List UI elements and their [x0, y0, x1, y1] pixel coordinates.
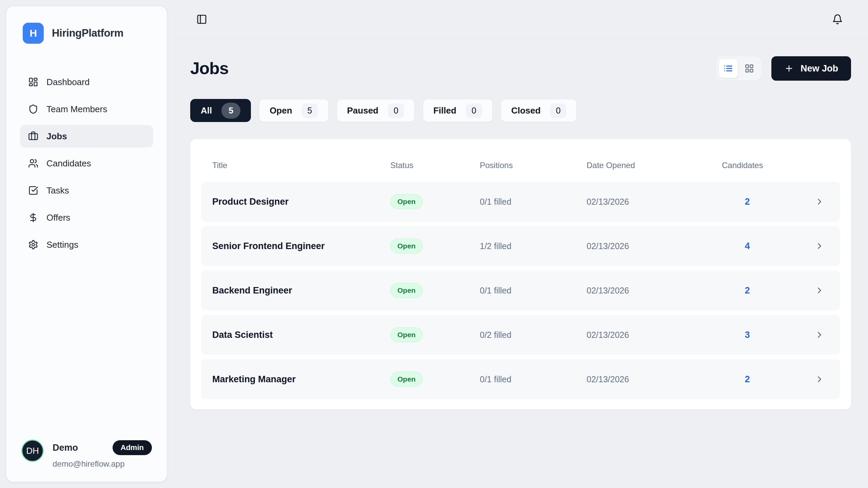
positions-filled: 0/2 filled [480, 330, 587, 340]
job-title: Senior Frontend Engineer [212, 241, 390, 251]
dashboard-icon [28, 77, 38, 87]
panel-left-icon [196, 14, 207, 25]
sidebar-item-tasks[interactable]: Tasks [20, 179, 153, 202]
sidebar-item-label: Settings [46, 240, 78, 250]
sidebar-item-settings[interactable]: Settings [20, 233, 153, 256]
filter-tab-paused[interactable]: Paused 0 [337, 99, 415, 122]
main-area: Jobs [173, 0, 868, 488]
job-title: Marketing Manager [212, 374, 390, 385]
candidates-count-link[interactable]: 2 [722, 197, 773, 207]
positions-filled: 0/1 filled [480, 374, 587, 384]
topbar [173, 0, 868, 39]
row-open-button[interactable] [815, 330, 829, 340]
candidates-count-link[interactable]: 3 [722, 330, 773, 340]
sidebar-item-label: Dashboard [46, 77, 90, 87]
filter-tab-all[interactable]: All 5 [190, 99, 251, 122]
table-header-row: Title Status Positions Date Opened Candi… [201, 149, 840, 182]
sidebar-toggle-button[interactable] [195, 13, 209, 26]
filter-count-badge: 0 [550, 103, 566, 118]
candidates-count-link[interactable]: 2 [722, 374, 773, 385]
job-title: Product Designer [212, 197, 390, 207]
dollar-icon [28, 212, 38, 223]
user-email: demo@hireflow.app [53, 459, 152, 469]
filter-count-badge: 5 [302, 103, 318, 118]
date-opened: 02/13/2026 [587, 241, 722, 251]
candidates-count-link[interactable]: 4 [722, 241, 773, 251]
candidates-count-link[interactable]: 2 [722, 285, 773, 296]
filter-count-badge: 0 [388, 103, 404, 118]
status-badge: Open [390, 194, 423, 209]
job-title: Data Scientist [212, 330, 390, 340]
avatar: DH [21, 440, 44, 462]
sidebar-item-jobs[interactable]: Jobs [20, 125, 153, 147]
chevron-right-icon [815, 286, 824, 295]
row-open-button[interactable] [815, 241, 829, 251]
plus-icon [784, 64, 794, 73]
filter-tab-open[interactable]: Open 5 [259, 99, 328, 122]
table-row[interactable]: Senior Frontend Engineer Open 1/2 filled… [201, 226, 840, 266]
user-info: Demo Admin demo@hireflow.app [53, 440, 152, 469]
column-header-status: Status [390, 161, 480, 170]
row-open-button[interactable] [815, 197, 829, 206]
filter-label: Closed [511, 105, 541, 116]
date-opened: 02/13/2026 [587, 286, 722, 296]
app-logo: H [23, 23, 44, 44]
sidebar-item-offers[interactable]: Offers [20, 206, 153, 229]
sidebar-item-candidates[interactable]: Candidates [20, 152, 153, 175]
user-name: Demo [53, 443, 78, 453]
filter-tab-closed[interactable]: Closed 0 [501, 99, 577, 122]
sidebar-item-team-members[interactable]: Team Members [20, 98, 153, 120]
shield-icon [28, 104, 38, 114]
sidebar-item-label: Tasks [46, 185, 69, 196]
date-opened: 02/13/2026 [587, 330, 722, 340]
sidebar-item-dashboard[interactable]: Dashboard [20, 71, 153, 93]
column-header-candidates: Candidates [722, 161, 773, 170]
table-row[interactable]: Product Designer Open 0/1 filled 02/13/2… [201, 182, 840, 222]
gear-icon [28, 240, 38, 250]
table-row[interactable]: Marketing Manager Open 0/1 filled 02/13/… [201, 359, 840, 399]
status-badge: Open [390, 283, 423, 298]
job-title: Backend Engineer [212, 285, 390, 296]
date-opened: 02/13/2026 [587, 197, 722, 207]
status-badge: Open [390, 239, 423, 253]
app-name: HiringPlatform [52, 27, 123, 39]
column-header-positions: Positions [480, 161, 587, 170]
view-mode-toggle [716, 57, 761, 80]
chevron-right-icon [815, 374, 824, 384]
positions-filled: 0/1 filled [480, 197, 587, 207]
positions-filled: 1/2 filled [480, 241, 587, 251]
date-opened: 02/13/2026 [587, 374, 722, 384]
chevron-right-icon [815, 241, 824, 251]
new-job-label: New Job [801, 63, 838, 74]
column-header-title: Title [212, 161, 390, 170]
chevron-right-icon [815, 197, 824, 206]
filter-count-badge: 0 [466, 103, 482, 118]
task-check-icon [28, 185, 38, 196]
sidebar-item-label: Candidates [46, 158, 91, 169]
chevron-right-icon [815, 330, 824, 340]
sidebar-item-label: Offers [46, 212, 70, 223]
filter-count-badge: 5 [221, 103, 240, 119]
user-profile[interactable]: DH Demo Admin demo@hireflow.app [20, 440, 153, 469]
row-open-button[interactable] [815, 374, 829, 384]
table-row[interactable]: Data Scientist Open 0/2 filled 02/13/202… [201, 315, 840, 355]
row-open-button[interactable] [815, 286, 829, 295]
grid-view-icon [745, 64, 754, 73]
list-view-button[interactable] [719, 59, 738, 78]
status-badge: Open [390, 372, 423, 387]
jobs-table-body: Product Designer Open 0/1 filled 02/13/2… [201, 182, 840, 399]
filter-tab-filled[interactable]: Filled 0 [423, 99, 493, 122]
filter-label: All [201, 105, 212, 116]
notifications-button[interactable] [831, 13, 844, 26]
sidebar-item-label: Team Members [46, 104, 107, 115]
jobs-table-card: Title Status Positions Date Opened Candi… [190, 139, 851, 409]
table-row[interactable]: Backend Engineer Open 0/1 filled 02/13/2… [201, 270, 840, 310]
grid-view-button[interactable] [740, 59, 759, 78]
list-view-icon [724, 64, 733, 73]
briefcase-icon [28, 131, 38, 141]
new-job-button[interactable]: New Job [771, 56, 851, 81]
status-filter-tabs: All 5 Open 5 Paused 0 Filled 0 Closed 0 [190, 99, 851, 122]
page-title: Jobs [190, 59, 229, 78]
users-icon [28, 158, 38, 168]
sidebar-nav: Dashboard Team Members Jobs Candidates T… [20, 71, 153, 256]
